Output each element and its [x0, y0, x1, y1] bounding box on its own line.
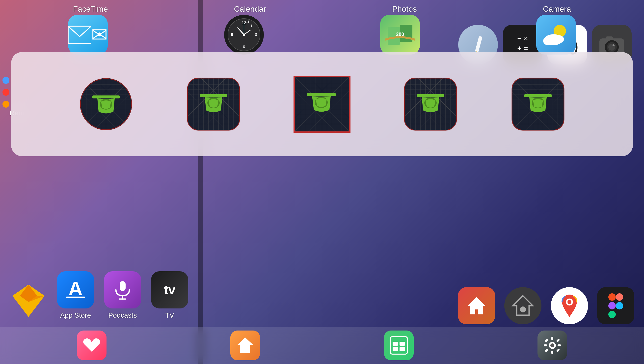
- svg-text:6: 6: [243, 45, 245, 49]
- label-camera: Camera: [543, 5, 571, 14]
- svg-rect-163: [524, 94, 552, 97]
- label-photos: Photos: [392, 5, 417, 14]
- rounded-variant-1-svg: [186, 77, 241, 131]
- blue-dot: [2, 77, 10, 84]
- google-home-icon-svg: [510, 293, 535, 318]
- svg-point-202: [550, 343, 554, 347]
- svg-rect-134: [417, 94, 444, 97]
- top-app-icons-row: 12 3 6 9 11 1 280: [0, 15, 644, 55]
- variant-square-selected[interactable]: [294, 76, 350, 133]
- svg-rect-198: [400, 342, 405, 346]
- health-icon-svg: [82, 337, 102, 354]
- sketch-app-icon-wrap[interactable]: [10, 282, 47, 319]
- svg-rect-210: [556, 348, 560, 352]
- settings-dock-icon-svg: [542, 335, 562, 355]
- photos-dock-icon[interactable]: [384, 330, 414, 360]
- svg-point-189: [568, 300, 572, 304]
- svg-text:280: 280: [396, 32, 404, 37]
- bottom-dock: [0, 327, 644, 364]
- app-store-icon-wrap[interactable]: A App Store: [57, 271, 94, 319]
- podcasts-label: Podcasts: [108, 311, 137, 319]
- home-hub-icon: [458, 287, 495, 324]
- bottom-left-row: A App Store Podcasts tv TV: [0, 271, 198, 319]
- tv-icon-wrap[interactable]: tv TV: [151, 271, 188, 319]
- google-home-icon: [504, 287, 542, 324]
- figma-icon-svg: [606, 292, 626, 319]
- variant-rounded-2[interactable]: [403, 77, 458, 131]
- svg-point-187: [520, 306, 526, 312]
- google-maps-icon: [551, 287, 588, 324]
- variant-circle[interactable]: [79, 77, 133, 131]
- home-hub-icon-svg: [466, 295, 488, 317]
- figma-icon: [597, 287, 634, 324]
- weather-icon-svg: [541, 22, 571, 47]
- circle-variant-svg: [79, 77, 133, 131]
- svg-rect-200: [400, 347, 405, 351]
- health-dock-icon[interactable]: [77, 330, 106, 360]
- mail-icon-svg: [68, 26, 91, 44]
- svg-rect-171: [120, 281, 126, 291]
- photos-dock-icon-svg: [389, 335, 409, 355]
- podcasts-icon-wrap[interactable]: Podcasts: [104, 271, 141, 319]
- tv-icon: tv: [151, 271, 188, 308]
- app-store-icon: A: [57, 271, 94, 308]
- red-dot: [2, 89, 10, 96]
- svg-rect-207: [545, 338, 549, 342]
- house-dock-icon-svg: [235, 335, 255, 355]
- maps-icon[interactable]: 280: [380, 15, 420, 55]
- svg-rect-191: [608, 302, 616, 309]
- svg-marker-185: [468, 297, 485, 314]
- svg-rect-199: [392, 347, 398, 351]
- icon-variant-picker: [11, 52, 633, 156]
- rounded-variant-3-svg: [511, 77, 565, 131]
- orange-dot: [2, 101, 10, 108]
- svg-text:tv: tv: [164, 282, 175, 297]
- tv-icon-svg: tv: [158, 279, 181, 301]
- svg-rect-193: [616, 293, 623, 301]
- svg-rect-208: [556, 338, 560, 342]
- svg-rect-196: [390, 337, 408, 354]
- weather-icon[interactable]: [536, 15, 576, 55]
- clock-icon[interactable]: 12 3 6 9 11 1: [224, 15, 264, 55]
- sketch-icon-svg: [10, 282, 47, 319]
- svg-rect-206: [558, 344, 561, 346]
- podcasts-icon: [104, 271, 141, 308]
- svg-rect-76: [200, 94, 227, 97]
- svg-text:9: 9: [231, 33, 233, 37]
- svg-rect-203: [551, 337, 553, 340]
- svg-text:A: A: [68, 277, 83, 299]
- tv-label: TV: [165, 311, 174, 319]
- rounded-variant-2-svg: [403, 77, 458, 131]
- svg-text:3: 3: [255, 33, 257, 37]
- variant-rounded-1[interactable]: [186, 77, 241, 131]
- square-selected-variant-svg: [294, 76, 350, 133]
- mail-icon[interactable]: [68, 15, 108, 55]
- svg-marker-195: [237, 337, 253, 353]
- svg-point-12: [243, 34, 245, 36]
- app-store-label: App Store: [60, 311, 91, 319]
- label-calendar: Calendar: [234, 5, 266, 14]
- svg-rect-192: [608, 311, 616, 318]
- svg-point-19: [553, 35, 564, 43]
- google-maps-icon-svg: [557, 293, 582, 318]
- left-dots: [0, 74, 12, 110]
- label-facetime: FaceTime: [73, 5, 108, 14]
- svg-rect-197: [392, 342, 398, 346]
- app-store-icon-svg: A: [63, 277, 88, 302]
- svg-rect-209: [545, 348, 549, 352]
- maps-icon-svg: 280: [385, 20, 415, 50]
- svg-rect-190: [608, 293, 616, 301]
- variant-rounded-3[interactable]: [511, 77, 565, 131]
- podcasts-icon-svg: [112, 279, 134, 301]
- svg-rect-105: [307, 93, 336, 96]
- svg-rect-205: [544, 344, 547, 346]
- svg-rect-204: [551, 351, 553, 354]
- bottom-right-icons: [453, 287, 639, 324]
- svg-rect-47: [92, 95, 120, 98]
- svg-text:1: 1: [251, 24, 252, 28]
- svg-point-18: [543, 37, 554, 45]
- settings-dock-icon[interactable]: [538, 330, 567, 360]
- svg-text:11: 11: [246, 20, 250, 24]
- house-dock-icon[interactable]: [230, 330, 260, 360]
- clock-icon-svg: 12 3 6 9 11 1: [227, 17, 261, 52]
